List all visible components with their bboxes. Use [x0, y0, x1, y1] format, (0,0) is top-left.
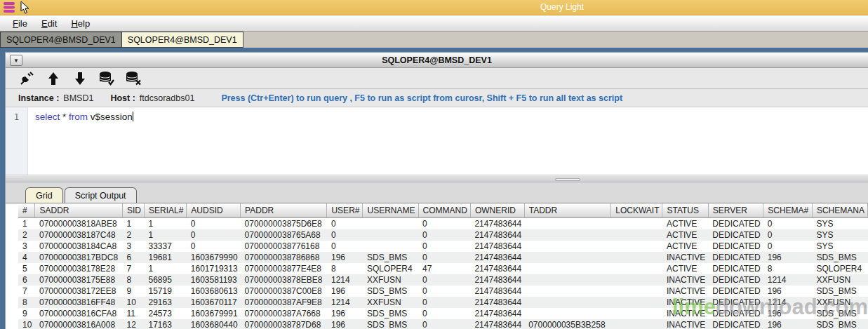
- column-header[interactable]: SERVER: [708, 203, 763, 218]
- run-hint-text: Press (Ctr+Enter) to run query , F5 to r…: [221, 93, 622, 103]
- column-header[interactable]: USERNAME: [363, 203, 418, 218]
- table-cell: SDS_BMS: [812, 319, 867, 329]
- table-cell: DEDICATED: [708, 274, 763, 286]
- table-row[interactable]: 60700000038175E8885689516035811930700000…: [18, 274, 868, 286]
- tab-grid[interactable]: Grid: [25, 187, 63, 203]
- column-header[interactable]: LOCKWAIT: [611, 203, 662, 218]
- code-area[interactable]: select * from v$session: [28, 107, 133, 175]
- table-cell: [524, 241, 611, 252]
- run-script-button[interactable]: [72, 70, 88, 87]
- table-cell: DEDICATED: [708, 252, 763, 263]
- table-cell: 0: [418, 252, 470, 263]
- table-cell: 7: [122, 263, 144, 274]
- table-row[interactable]: 4070000003817BDC861968116036799900700000…: [18, 252, 868, 263]
- collapse-button[interactable]: ▼: [10, 55, 22, 66]
- column-header[interactable]: #: [18, 203, 35, 218]
- table-cell: 0700000038765A68: [241, 229, 327, 241]
- table-cell: 070000003875D6E8: [241, 218, 327, 230]
- table-cell: 2147483644: [470, 297, 524, 308]
- table-cell: 19681: [144, 252, 186, 263]
- host-value: ftdcsoradbs01: [140, 93, 195, 103]
- table-cell: DEDICATED: [708, 218, 763, 230]
- instance-value: BMSD1: [63, 93, 93, 103]
- table-cell: 196: [327, 319, 363, 329]
- run-query-button[interactable]: [45, 70, 62, 87]
- column-header[interactable]: SCHEMA#: [763, 203, 813, 218]
- table-cell: 0700000038172EE8: [35, 286, 123, 297]
- column-header[interactable]: SCHEMANA: [812, 203, 867, 218]
- menu-file[interactable]: File: [7, 17, 33, 30]
- table-cell: 12: [122, 319, 144, 329]
- table-cell: ACTIVE: [662, 241, 708, 252]
- watermark-green-text: lime: [672, 295, 716, 319]
- connect-button[interactable]: [18, 70, 35, 87]
- table-cell: 196: [327, 252, 363, 263]
- table-cell: 24573: [144, 308, 186, 319]
- table-cell: 1214: [327, 274, 363, 286]
- tab-script-output[interactable]: Script Output: [65, 187, 137, 203]
- table-cell: 196: [327, 308, 363, 319]
- table-row[interactable]: 30700000038184CA833333700700000038776168…: [18, 241, 868, 252]
- table-cell: 0: [187, 241, 241, 252]
- commit-button[interactable]: [98, 70, 115, 87]
- column-header[interactable]: SADDR: [35, 203, 123, 218]
- table-cell: 0700000038787D68: [241, 319, 327, 329]
- column-header[interactable]: SERIAL#: [144, 203, 186, 218]
- table-cell: 1603680440: [187, 319, 241, 329]
- mdi-desktop: ▼ SQLOPER4@BMSD_DEV1: [0, 48, 868, 329]
- table-cell: SQLOPER4: [363, 263, 418, 274]
- table-cell: SYS: [812, 218, 867, 230]
- session-tab-2[interactable]: SQLOPER4@BMSD_DEV1: [122, 32, 243, 48]
- column-header[interactable]: SID: [122, 203, 144, 218]
- table-cell: INACTIVE: [662, 274, 708, 286]
- rollback-button[interactable]: [125, 70, 142, 87]
- query-light-app: Query Light File Edit Help SQLOPER4@BMSD…: [0, 0, 868, 329]
- splitter-handle-icon[interactable]: [555, 178, 580, 181]
- table-cell: ACTIVE: [662, 229, 708, 241]
- table-row[interactable]: 20700000038187C482100700000038765A680021…: [18, 229, 868, 241]
- table-cell: SDS_BMS: [812, 252, 867, 263]
- table-cell: [363, 229, 418, 241]
- table-cell: 1603581193: [187, 274, 241, 286]
- table-cell: [611, 297, 662, 308]
- column-header[interactable]: STATUS: [662, 203, 708, 218]
- table-cell: 196: [763, 319, 813, 329]
- table-cell: [524, 218, 611, 230]
- table-row[interactable]: 10070000003816A0081217163160368044007000…: [18, 319, 868, 329]
- table-cell: 196: [327, 286, 363, 297]
- table-cell: [611, 241, 662, 252]
- table-cell: 0: [763, 241, 813, 252]
- up-arrow-icon: [46, 71, 60, 86]
- table-cell: 0: [187, 218, 241, 230]
- menu-help[interactable]: Help: [65, 17, 95, 30]
- session-window-titlebar[interactable]: ▼ SQLOPER4@BMSD_DEV1: [6, 53, 868, 68]
- session-tab-1[interactable]: SQLOPER4@BMSD_DEV1: [0, 32, 122, 48]
- text-caret: [133, 112, 133, 121]
- table-row[interactable]: 1070000003818ABE8110070000003875D6E80021…: [18, 218, 868, 230]
- menu-edit[interactable]: Edit: [36, 17, 62, 30]
- table-cell: 6: [122, 252, 144, 263]
- connection-infobar: Instance : BMSD1 Host : ftdcsoradbs01 Pr…: [6, 89, 868, 107]
- table-cell: 0: [418, 218, 470, 230]
- table-cell: 11: [122, 308, 144, 319]
- table-cell: 1214: [327, 297, 363, 308]
- table-cell: 0700000038175E88: [35, 274, 123, 286]
- column-header[interactable]: AUDSID: [187, 203, 241, 218]
- table-row[interactable]: 50700000038178E2871160171931307000000387…: [18, 263, 868, 274]
- table-cell: XXFUSN: [363, 274, 418, 286]
- table-cell: 2147483644: [470, 263, 524, 274]
- column-header[interactable]: PADDR: [241, 203, 327, 218]
- session-window: ▼ SQLOPER4@BMSD_DEV1: [5, 52, 868, 329]
- column-header[interactable]: USER#: [327, 203, 363, 218]
- table-cell: [524, 263, 611, 274]
- table-cell: 1214: [763, 274, 813, 286]
- sql-editor[interactable]: 1 select * from v$session: [6, 107, 868, 175]
- table-cell: 8: [763, 263, 813, 274]
- column-header[interactable]: COMMAND: [418, 203, 470, 218]
- horizontal-splitter[interactable]: [6, 175, 868, 182]
- column-header[interactable]: TADDR: [524, 203, 611, 218]
- column-header[interactable]: OWNERID: [470, 203, 524, 218]
- table-cell: 07000000387A7668: [241, 308, 327, 319]
- table-cell: SQLOPER4: [812, 263, 867, 274]
- table-cell: 2147483644: [470, 252, 524, 263]
